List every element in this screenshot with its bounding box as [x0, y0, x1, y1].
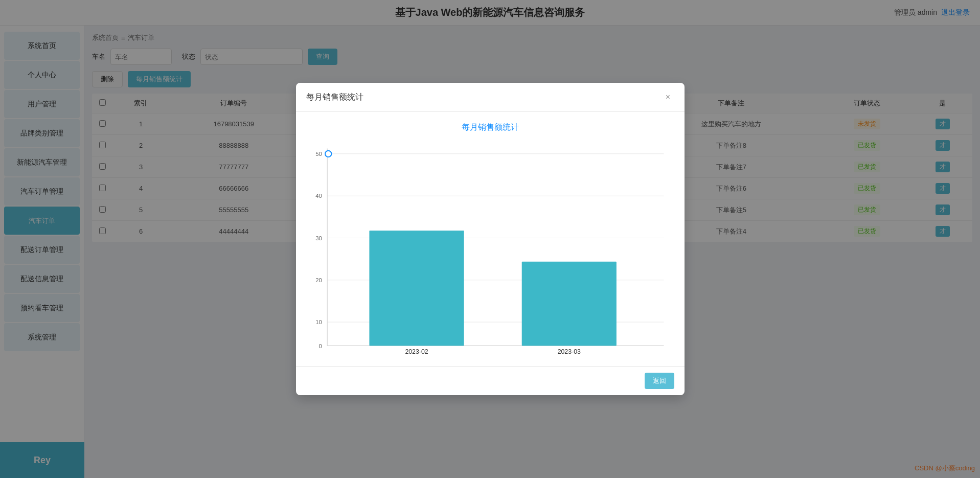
bar-2023-02	[369, 231, 464, 346]
chart-container: 50 40 30 20 10 0	[306, 141, 674, 356]
svg-text:30: 30	[315, 235, 322, 241]
modal-body: 每月销售额统计 50 40 30 20 10 0	[296, 112, 685, 366]
svg-text:0: 0	[318, 343, 322, 349]
chart-cursor-dot	[325, 151, 331, 157]
modal-footer: 返回	[296, 366, 685, 395]
modal-back-button[interactable]: 返回	[645, 373, 674, 389]
modal-header: 每月销售额统计 ×	[296, 83, 685, 112]
svg-text:10: 10	[315, 319, 322, 325]
svg-text:40: 40	[315, 193, 322, 199]
svg-text:2023-03: 2023-03	[557, 348, 580, 355]
bar-2023-03	[521, 262, 616, 346]
chart-title: 每月销售额统计	[306, 122, 674, 133]
monthly-stats-modal: 每月销售额统计 × 每月销售额统计 50 40 30 20 10 0	[296, 83, 685, 395]
svg-text:20: 20	[315, 277, 322, 283]
svg-text:2023-02: 2023-02	[405, 348, 428, 355]
modal-title: 每月销售额统计	[306, 92, 363, 103]
svg-text:50: 50	[315, 151, 322, 157]
modal-overlay: 每月销售额统计 × 每月销售额统计 50 40 30 20 10 0	[0, 0, 980, 478]
chart-svg: 50 40 30 20 10 0	[306, 141, 674, 356]
modal-close-button[interactable]: ×	[662, 91, 674, 103]
